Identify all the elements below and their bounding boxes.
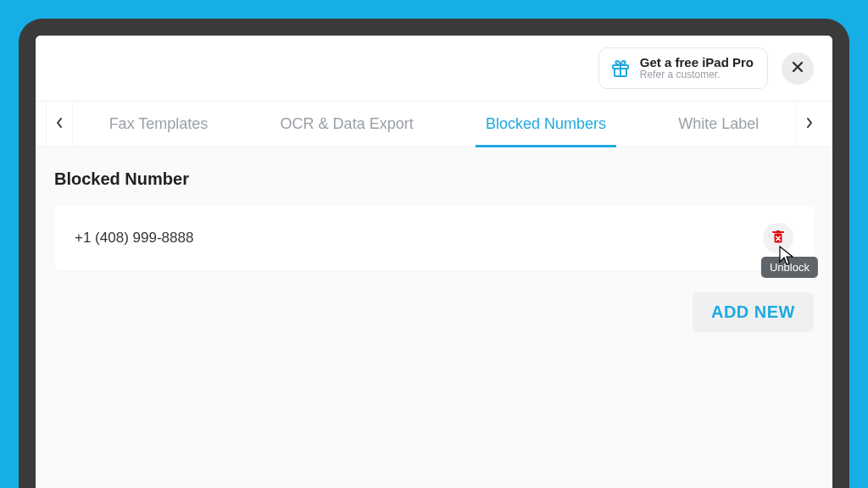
tab-blocked-numbers[interactable]: Blocked Numbers <box>476 102 616 147</box>
tab-fax-templates[interactable]: Fax Templates <box>99 102 219 147</box>
tab-label: Fax Templates <box>109 115 209 132</box>
gift-icon <box>609 58 632 80</box>
promo-title: Get a free iPad Pro <box>640 55 754 69</box>
tabs: Fax Templates OCR & Data Export Blocked … <box>73 102 795 147</box>
app-screen: Get a free iPad Pro Refer a customer. Fa… <box>36 36 832 488</box>
tab-white-label[interactable]: White Label <box>668 102 769 147</box>
tab-label: OCR & Data Export <box>281 115 414 132</box>
tabs-container: Fax Templates OCR & Data Export Blocked … <box>36 101 832 147</box>
blocked-number-value: +1 (408) 999-8888 <box>75 230 193 247</box>
tab-label: Blocked Numbers <box>486 115 606 132</box>
unblock-button[interactable]: Unblock <box>763 223 793 253</box>
tabs-scroll-right[interactable] <box>795 102 822 147</box>
section-title: Blocked Number <box>54 169 814 189</box>
header: Get a free iPad Pro Refer a customer. <box>36 36 832 101</box>
blocked-number-row: +1 (408) 999-8888 Unblock <box>54 206 814 270</box>
unblock-tooltip: Unblock <box>761 257 818 278</box>
close-button[interactable] <box>782 53 814 85</box>
chevron-right-icon <box>805 117 814 132</box>
promo-subtitle: Refer a customer. <box>640 69 754 81</box>
tab-ocr-data-export[interactable]: OCR & Data Export <box>270 102 424 147</box>
close-icon <box>791 60 804 77</box>
tab-label: White Label <box>678 115 759 132</box>
tabs-scroll-left[interactable] <box>46 102 73 147</box>
content-area: Blocked Number +1 (408) 999-8888 Unblock <box>36 147 832 488</box>
chevron-left-icon <box>55 117 64 132</box>
add-new-label: ADD NEW <box>711 302 795 321</box>
trash-icon <box>770 228 787 248</box>
add-new-container: ADD NEW <box>54 292 814 332</box>
device-frame: Get a free iPad Pro Refer a customer. Fa… <box>19 19 849 488</box>
promo-text: Get a free iPad Pro Refer a customer. <box>640 55 754 81</box>
promo-banner[interactable]: Get a free iPad Pro Refer a customer. <box>598 47 768 89</box>
add-new-button[interactable]: ADD NEW <box>693 292 814 332</box>
